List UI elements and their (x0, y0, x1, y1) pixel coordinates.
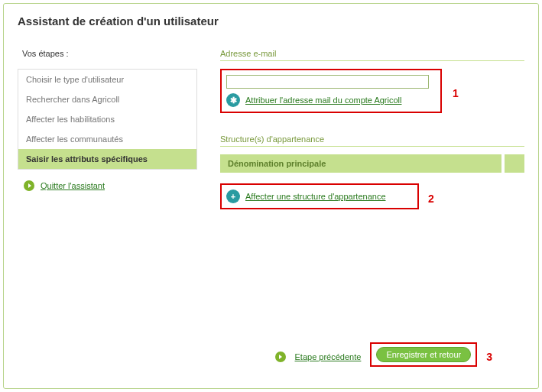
callout-marker-3: 3 (486, 351, 492, 363)
wizard-panel: Assistant de création d'un utilisateur V… (3, 3, 539, 389)
quit-link[interactable]: Quitter l'assistant (41, 181, 105, 190)
step-item-current[interactable]: Saisir les attributs spécifiques (18, 149, 196, 169)
assign-structure-row: + Affecter une structure d'appartenance (226, 190, 413, 203)
footer-actions: Etape précédente Enregistrer et retour 3 (275, 342, 492, 371)
structure-table-header: Dénomination principale (220, 154, 501, 173)
assign-email-link[interactable]: Attribuer l'adresse mail du compte Agric… (245, 96, 401, 105)
step-item[interactable]: Choisir le type d'utilisateur (18, 70, 196, 89)
step-item[interactable]: Affecter les habilitations (18, 109, 196, 129)
step-item[interactable]: Affecter les communautés (18, 129, 196, 149)
main-content: Vos étapes : Choisir le type d'utilisate… (18, 49, 524, 214)
steps-list: Choisir le type d'utilisateur Rechercher… (18, 69, 197, 170)
gear-icon: ✱ (226, 93, 240, 107)
highlight-box-3: Enregistrer et retour (370, 342, 477, 367)
structure-section-heading: Structure(s) d'appartenance (220, 134, 524, 147)
structure-action-row: + Affecter une structure d'appartenance … (220, 183, 524, 214)
email-block-row: ✱ Attribuer l'adresse mail du compte Agr… (220, 69, 524, 118)
arrow-right-icon (275, 352, 286, 362)
callout-marker-2: 2 (428, 193, 434, 205)
form-area: Adresse e-mail ✱ Attribuer l'adresse mai… (220, 49, 524, 214)
callout-marker-1: 1 (453, 87, 459, 99)
structure-header-row: Dénomination principale (220, 154, 524, 173)
page-title: Assistant de création d'un utilisateur (18, 15, 524, 28)
prev-step-link[interactable]: Etape précédente (295, 352, 362, 361)
assign-email-row: ✱ Attribuer l'adresse mail du compte Agr… (226, 93, 436, 107)
structure-header-side (505, 154, 524, 173)
highlight-box-2: + Affecter une structure d'appartenance (220, 183, 419, 209)
quit-row: Quitter l'assistant (18, 180, 197, 191)
steps-heading: Vos étapes : (22, 49, 197, 58)
plus-icon: + (226, 190, 240, 203)
sidebar: Vos étapes : Choisir le type d'utilisate… (18, 49, 197, 191)
email-section-heading: Adresse e-mail (220, 49, 524, 61)
step-item[interactable]: Rechercher dans Agricoll (18, 89, 196, 109)
assign-structure-link[interactable]: Affecter une structure d'appartenance (245, 192, 386, 201)
email-input[interactable] (226, 75, 429, 89)
arrow-right-icon (24, 180, 34, 191)
save-and-return-button[interactable]: Enregistrer et retour (376, 347, 471, 362)
highlight-box-1: ✱ Attribuer l'adresse mail du compte Agr… (220, 69, 442, 113)
